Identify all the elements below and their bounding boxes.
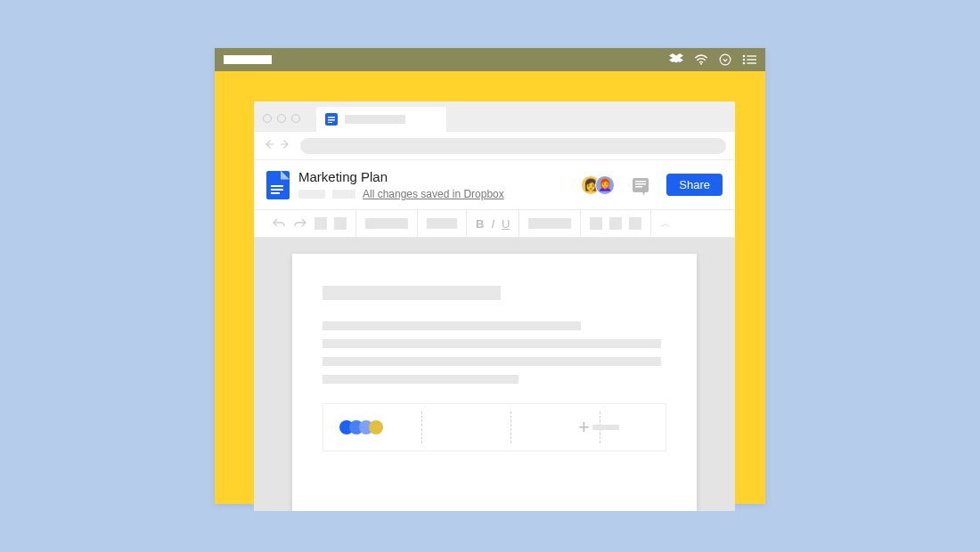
toolbar-dropdown[interactable] [528, 218, 571, 229]
os-menubar [215, 48, 765, 71]
timeline-divider [421, 411, 422, 443]
timeline-bar [592, 425, 619, 430]
chevron-up-icon[interactable]: ︿ [660, 216, 671, 231]
browser-window: Marketing Plan All changes saved in Drop… [254, 101, 735, 511]
bold-button[interactable]: B [476, 217, 484, 231]
redo-icon[interactable] [293, 215, 307, 231]
toolbar-button[interactable] [314, 217, 327, 230]
menu-placeholder[interactable] [332, 190, 355, 199]
text-line-placeholder [323, 357, 661, 366]
heading-placeholder [323, 286, 501, 300]
svg-point-6 [743, 62, 746, 65]
back-icon[interactable] [263, 138, 275, 154]
svg-point-4 [743, 59, 746, 61]
text-line-placeholder [323, 375, 519, 384]
svg-point-1 [720, 54, 731, 65]
browser-nav-bar [254, 132, 735, 160]
timeline-chart: + [323, 403, 666, 451]
tab-strip [254, 101, 735, 132]
plus-icon[interactable]: + [578, 416, 590, 439]
formatting-toolbar: B I U ︿ [254, 209, 735, 238]
menubar-status-icons [669, 53, 756, 66]
toolbar-button[interactable] [590, 217, 602, 230]
collaborator-avatars[interactable]: 👩 👩‍🦰 [581, 175, 615, 195]
close-icon[interactable] [263, 114, 272, 123]
underline-button[interactable]: U [502, 217, 510, 231]
save-status[interactable]: All changes saved in Dropbox [363, 188, 504, 200]
maximize-icon[interactable] [291, 114, 300, 123]
toolbar-dropdown[interactable] [427, 218, 457, 229]
dropbox-icon[interactable] [669, 53, 683, 66]
minimize-icon[interactable] [277, 114, 286, 123]
document-icon [266, 171, 290, 199]
svg-rect-7 [747, 62, 756, 63]
document-title[interactable]: Marketing Plan [298, 169, 572, 184]
svg-point-2 [743, 55, 746, 58]
svg-point-0 [700, 63, 702, 65]
app-menu-placeholder [224, 55, 272, 64]
wifi-icon[interactable] [694, 54, 708, 65]
svg-rect-3 [747, 55, 756, 56]
new-tab-region[interactable] [420, 107, 446, 132]
docs-favicon-icon [325, 113, 338, 126]
toolbar-button[interactable] [629, 217, 641, 230]
avatar[interactable]: 👩‍🦰 [595, 175, 615, 195]
clock-icon[interactable] [719, 53, 731, 66]
browser-tab-active[interactable] [316, 107, 420, 132]
toolbar-button[interactable] [334, 217, 347, 230]
window-controls[interactable] [263, 114, 300, 123]
share-button[interactable]: Share [666, 174, 723, 196]
document-page[interactable]: + [292, 254, 697, 511]
forward-icon[interactable] [279, 138, 291, 154]
doc-header: Marketing Plan All changes saved in Drop… [254, 160, 735, 209]
text-line-placeholder [323, 339, 661, 348]
list-icon[interactable] [742, 54, 756, 65]
document-canvas: + [254, 238, 735, 511]
comment-icon[interactable] [633, 178, 649, 192]
timeline-dot [369, 420, 383, 434]
text-line-placeholder [323, 321, 581, 330]
os-window: Marketing Plan All changes saved in Drop… [215, 48, 765, 504]
timeline-dots [339, 420, 383, 434]
toolbar-button[interactable] [609, 217, 622, 230]
timeline-divider [510, 411, 511, 443]
undo-icon[interactable] [272, 215, 286, 231]
italic-button[interactable]: I [491, 217, 494, 231]
address-bar[interactable] [300, 138, 726, 154]
toolbar-dropdown[interactable] [365, 218, 408, 229]
svg-rect-5 [747, 59, 756, 60]
menu-placeholder[interactable] [298, 190, 325, 199]
tab-title-placeholder [345, 115, 405, 124]
